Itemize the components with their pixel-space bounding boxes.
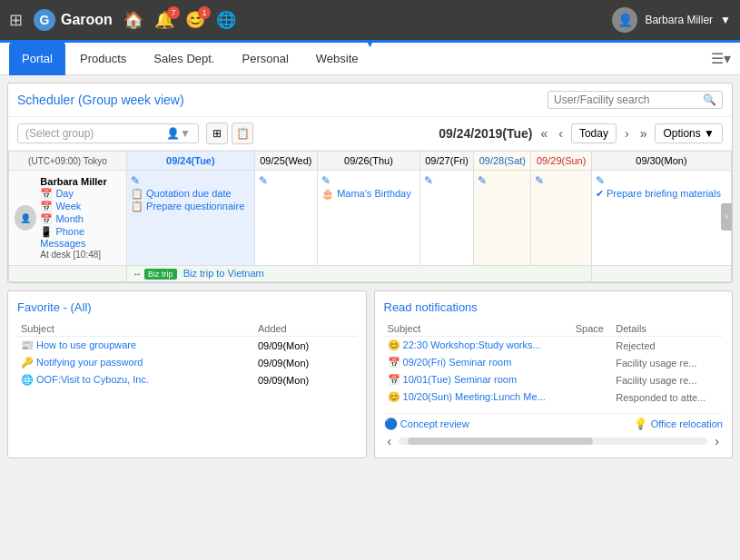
col-header-thu: 09/26(Thu) [318,152,420,171]
event-briefing[interactable]: ✔ Prepare briefing materials [596,188,727,200]
biz-trip-event-cell[interactable]: ↔ Biz trip Biz trip to Vietnam [127,266,592,282]
search-input[interactable] [554,93,699,106]
notif-icon-3: 📅 [388,374,400,385]
tab-sales[interactable]: Sales Dept. [141,43,227,75]
user-menu-icon[interactable]: ▼ [720,14,731,26]
fav-link-1[interactable]: How to use groupware [36,339,136,350]
calendar-container: (UTC+09:00) Tokyo 09/24(Tue) 09/25(Wed) … [8,151,732,282]
notif-subject-2: 📅 09/20(Fri) Seminar room [384,354,572,371]
col-header-fri: 09/27(Fri) [419,152,473,171]
edit-icon-sat[interactable]: ✎ [478,174,487,187]
week-link[interactable]: 📅 Week [40,201,121,212]
fav-icon-3: 🌐 [21,374,34,385]
group-placeholder: (Select group) [25,127,94,140]
topbar-left: ⊞ G Garoon 🏠 🔔 7 😊 1 🌐 [9,9,236,31]
cell-fri: ✎ [419,171,473,266]
current-date: 09/24/2019(Tue) [439,126,532,141]
user-links: 📅 Day 📅 Week 📅 Month 📱 Phone Messages [40,188,121,249]
concept-review-link[interactable]: Concept review [400,418,469,429]
grid-icon[interactable]: ⊞ [9,10,23,30]
tab-personal[interactable]: Personal [229,43,301,75]
edit-icon-fri[interactable]: ✎ [424,174,433,187]
phone-messages-link[interactable]: 📱 Phone Messages [40,226,121,249]
notif-link-3[interactable]: 10/01(Tue) Seminar room [403,374,518,385]
app-name: Garoon [61,12,113,28]
notif-icon-1: 😊 [388,339,400,350]
edit-icon-wed[interactable]: ✎ [259,174,268,187]
prev-prev-button[interactable]: « [538,126,550,141]
biz-trip-label-cell [9,266,127,282]
next-next-button[interactable]: » [637,126,650,141]
notif-details-4: Responded to atte... [612,388,723,406]
fav-row-3: 🌐 OOF:Visit to Cybozu, Inc. 09/09(Mon) [17,371,357,388]
tab-products[interactable]: Products [67,43,139,75]
month-link[interactable]: 📅 Month [40,213,121,225]
scheduler-header: Scheduler (Group week view) 🔍 [8,84,732,117]
scroll-right-button[interactable]: › [711,434,723,448]
group-select[interactable]: (Select group) 👤▼ [17,123,199,143]
toolbar-icons: ⊞ 📋 [206,123,253,144]
notif-space-3 [572,371,613,388]
calendar-grid: (UTC+09:00) Tokyo 09/24(Tue) 09/25(Wed) … [8,151,732,282]
tab-list: Portal Products Sales Dept. Personal Web… [9,43,371,75]
event-questionnaire[interactable]: 📋 Prepare questionnaire [131,201,251,212]
scheduler-panel: Scheduler (Group week view) 🔍 (Select gr… [7,83,733,283]
notif-link-1[interactable]: 22:30 Workshop:Study works... [403,339,541,350]
footer-left: 🔵 Concept review [384,418,469,430]
prev-button[interactable]: ‹ [556,126,566,141]
fav-link-3[interactable]: OOF:Visit to Cybozu, Inc. [36,374,149,385]
notif-row-1: 😊 22:30 Workshop:Study works... Rejected [384,337,724,355]
fav-link-2[interactable]: Notifying your password [36,357,143,368]
globe-icon[interactable]: 🌐 [216,10,236,30]
notif-space-2 [572,354,613,371]
biz-trip-link[interactable]: Biz trip to Vietnam [183,268,264,279]
user-name: Barbara Miller [645,14,713,26]
office-relocation-icon: 💡 [634,418,647,430]
edit-icon-sun[interactable]: ✎ [535,174,544,187]
user-name-cell: Barbara Miller [40,176,121,187]
user-avatar: 👤 [15,205,36,231]
concept-review-icon: 🔵 [384,418,398,430]
next-button[interactable]: › [622,126,632,141]
edit-icon-thu[interactable]: ✎ [321,174,331,187]
user-facility-search[interactable]: 🔍 [548,91,723,109]
tab-portal[interactable]: Portal [9,43,65,75]
bell-badge: 7 [167,6,180,19]
copy-icon[interactable]: 📋 [232,123,253,144]
notif-row-2: 📅 09/20(Fri) Seminar room Facility usage… [384,354,724,371]
notif-col-subject: Subject [384,321,572,337]
accent-bar: ▼ [0,40,740,43]
options-button[interactable]: Options ▼ [655,123,723,143]
fav-item-3: 🌐 OOF:Visit to Cybozu, Inc. [17,371,254,388]
favorite-table: Subject Added 📰 How to use groupware 09/… [17,321,357,388]
today-button[interactable]: Today [571,123,617,143]
biz-trip-empty-cell [591,266,731,282]
notif-subject-1: 😊 22:30 Workshop:Study works... [384,337,572,355]
right-scroll-marker[interactable]: › [721,203,732,231]
event-birthday[interactable]: 🎂 Mama's Birthday [321,188,416,200]
fav-row-2: 🔑 Notifying your password 09/09(Mon) [17,354,357,371]
search-icon[interactable]: 🔍 [703,93,716,106]
notif-scrollbar[interactable] [399,437,707,445]
face-icon[interactable]: 😊 1 [185,10,205,30]
favorite-panel: Favorite - (All) Subject Added 📰 How to … [7,290,367,458]
tab-website[interactable]: Website [303,43,371,75]
view-toggle-icon[interactable]: ⊞ [206,123,228,144]
fav-col-subject: Subject [17,321,254,337]
tab-menu-icon[interactable]: ☰▾ [711,50,731,67]
office-relocation-link[interactable]: Office relocation [651,418,723,429]
notifications-panel: Read notifications Subject Space Details… [374,290,734,458]
notif-link-4[interactable]: 10/20(Sun) Meeting:Lunch Me... [403,391,546,402]
home-icon[interactable]: 🏠 [123,10,143,30]
fav-col-added: Added [254,321,357,337]
notif-link-2[interactable]: 09/20(Fri) Seminar room [403,357,512,368]
col-header-sun: 09/29(Sun) [531,152,591,171]
bell-icon[interactable]: 🔔 7 [154,10,174,30]
edit-icon-tue[interactable]: ✎ [131,174,140,187]
scroll-left-button[interactable]: ‹ [384,434,396,448]
app-logo: G Garoon [34,9,113,31]
fav-added-2: 09/09(Mon) [254,354,357,371]
edit-icon-mon[interactable]: ✎ [596,174,605,187]
event-quotation[interactable]: 📋 Quotation due date [131,188,251,200]
day-link[interactable]: 📅 Day [40,188,121,200]
